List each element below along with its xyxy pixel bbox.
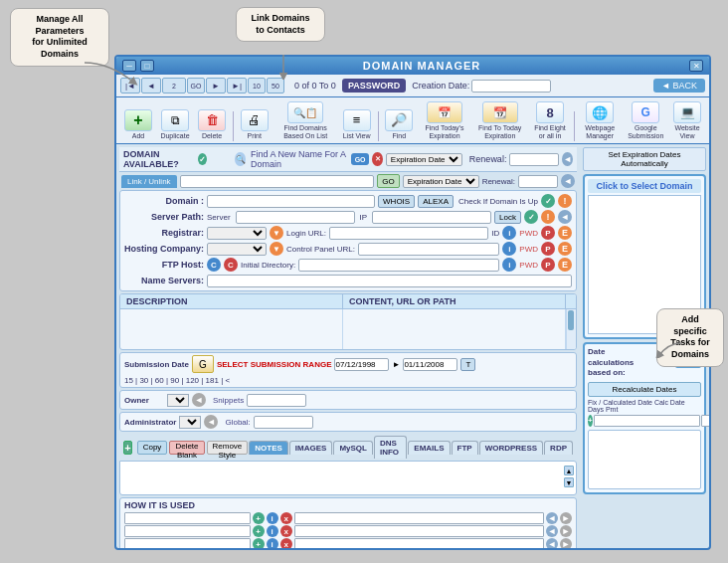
- how-input-2b[interactable]: [294, 525, 544, 537]
- calc-fix-input[interactable]: [594, 415, 700, 427]
- set-exp-auto-btn[interactable]: Set Expiration Dates Automatically: [583, 147, 706, 171]
- how-arr-3[interactable]: ◄: [546, 538, 558, 550]
- delete-blank-button[interactable]: Delete Blank: [169, 441, 204, 455]
- reg-arrow[interactable]: ▼: [270, 226, 283, 240]
- link-expiration-select[interactable]: Expiration Date: [403, 175, 479, 188]
- desc-scroll[interactable]: [566, 309, 576, 349]
- desc-textarea2[interactable]: [345, 311, 563, 347]
- server-check[interactable]: ✓: [524, 210, 538, 224]
- admin-select[interactable]: [179, 416, 201, 429]
- server-arrow[interactable]: ◄: [558, 210, 572, 224]
- print-button[interactable]: 🖨 Print: [237, 107, 273, 142]
- tab-notes[interactable]: NOTES: [249, 441, 288, 455]
- domain-x-btn[interactable]: ✕: [372, 152, 383, 166]
- copy-button[interactable]: Copy: [137, 441, 168, 455]
- calc-date-input[interactable]: [701, 415, 711, 427]
- find-today-button[interactable]: 📆 Find To Today Expiration: [472, 99, 528, 141]
- how-icon-2[interactable]: +: [253, 525, 265, 537]
- how-del-2[interactable]: x: [280, 525, 292, 537]
- snippets-input[interactable]: [247, 394, 306, 407]
- nav-next[interactable]: ►: [206, 78, 226, 94]
- find-today-exp-button[interactable]: 📅 Find Today's Expiration: [418, 99, 470, 141]
- date-to-input[interactable]: [403, 358, 457, 371]
- admin-arrow[interactable]: ◄: [204, 415, 218, 429]
- server-warn[interactable]: !: [541, 210, 555, 224]
- desc-textarea1[interactable]: [122, 311, 340, 347]
- link-input[interactable]: [180, 175, 375, 188]
- t-btn[interactable]: T: [460, 358, 475, 371]
- how-arr-3b[interactable]: ►: [560, 538, 572, 550]
- how-icon-3b[interactable]: i: [267, 538, 278, 550]
- renewal-icon[interactable]: ◄: [562, 152, 573, 166]
- back-button[interactable]: ◄ BACK: [653, 79, 705, 93]
- calc-add-icon[interactable]: +: [588, 415, 593, 427]
- host-e-icon[interactable]: E: [558, 242, 572, 256]
- how-arr-2b[interactable]: ►: [560, 525, 572, 537]
- cp-url-input[interactable]: [358, 243, 499, 256]
- list-view-button[interactable]: ≡ List View: [339, 107, 375, 142]
- click-select-domain[interactable]: Click to Select Domain: [588, 179, 701, 193]
- tab-wordpress[interactable]: WORDPRESS: [479, 441, 543, 455]
- how-arr-2[interactable]: ◄: [546, 525, 558, 537]
- creation-date-input[interactable]: [471, 80, 551, 93]
- alexa-btn[interactable]: ALEXA: [418, 195, 454, 208]
- domain-avail-check[interactable]: ✓: [198, 153, 207, 165]
- how-input-1a[interactable]: [124, 512, 251, 524]
- link-unlink-tab[interactable]: Link / Unlink: [121, 175, 177, 188]
- how-arr-1[interactable]: ◄: [546, 512, 558, 524]
- desc-cell1[interactable]: [120, 309, 343, 349]
- webpage-button[interactable]: 🌐 Webpage Manager: [578, 99, 623, 141]
- note-scroll-down[interactable]: ▼: [564, 477, 574, 487]
- init-dir-input[interactable]: [298, 259, 499, 272]
- ftp-pwd-icon[interactable]: P: [541, 258, 555, 272]
- how-input-2a[interactable]: [124, 525, 251, 537]
- ftp-id-icon[interactable]: i: [502, 258, 516, 272]
- how-icon-3[interactable]: +: [253, 538, 265, 550]
- tab-ftp[interactable]: FTP: [452, 441, 478, 455]
- note-scroll-up[interactable]: ▲: [564, 466, 574, 475]
- add-button[interactable]: + Add: [120, 107, 156, 142]
- global-input[interactable]: [254, 416, 313, 429]
- nav-num1[interactable]: 10: [248, 78, 266, 94]
- link-renewal-input[interactable]: [518, 175, 558, 188]
- date-from-input[interactable]: [334, 358, 389, 371]
- pwd1-icon[interactable]: P: [541, 226, 555, 240]
- owner-select[interactable]: [167, 394, 189, 407]
- how-input-3a[interactable]: [124, 538, 251, 550]
- domain-search-icon[interactable]: 🔍: [235, 152, 246, 166]
- expiration-select[interactable]: Expiration Date: [386, 153, 462, 166]
- remove-style-button[interactable]: Remove Style: [207, 441, 249, 455]
- cp-id-icon[interactable]: i: [502, 242, 516, 256]
- nav-go[interactable]: GO: [187, 78, 205, 94]
- how-input-3b[interactable]: [294, 538, 544, 550]
- whois-btn[interactable]: WHOIS: [378, 195, 415, 208]
- check-domain-icon[interactable]: ✓: [541, 194, 555, 208]
- tab-images[interactable]: IMAGES: [289, 441, 333, 455]
- duplicate-button[interactable]: ⧉ Duplicate: [157, 107, 193, 142]
- nav-page[interactable]: 2: [162, 78, 186, 94]
- how-del-3[interactable]: x: [280, 538, 292, 550]
- owner-arrow[interactable]: ◄: [192, 393, 206, 407]
- ftp-e-icon[interactable]: E: [558, 258, 572, 272]
- password-button[interactable]: PASSWORD: [342, 79, 406, 93]
- nav-prev[interactable]: ◄: [141, 78, 161, 94]
- add-tab-item[interactable]: +: [123, 441, 132, 455]
- host-pwd-icon[interactable]: P: [541, 242, 555, 256]
- recalc-dates-button[interactable]: Recalculate Dates: [588, 382, 701, 397]
- website-button[interactable]: 💻 Website View: [669, 99, 705, 141]
- ip-input[interactable]: [372, 211, 491, 224]
- nameservers-input[interactable]: [207, 275, 572, 287]
- link-go-btn[interactable]: GO: [377, 174, 399, 188]
- domain-input[interactable]: [207, 195, 375, 208]
- how-arr-1b[interactable]: ►: [560, 512, 572, 524]
- link-arrow-icon[interactable]: ◄: [561, 174, 575, 188]
- id-icon[interactable]: i: [502, 226, 516, 240]
- lock-btn[interactable]: Lock: [494, 211, 521, 224]
- ftp-c2[interactable]: C: [224, 258, 238, 272]
- reg-e-icon[interactable]: E: [558, 226, 572, 240]
- tab-mysql[interactable]: MySQL: [333, 441, 373, 455]
- tab-rdp[interactable]: RDP: [544, 441, 573, 455]
- renewal-input[interactable]: [509, 153, 559, 166]
- how-icon-1[interactable]: +: [253, 512, 265, 524]
- login-url-input[interactable]: [329, 227, 488, 240]
